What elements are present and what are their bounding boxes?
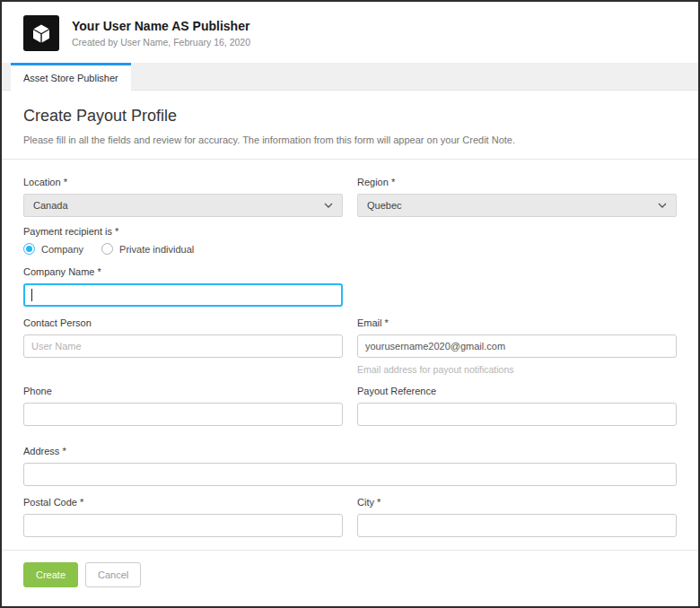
main-content: Create Payout Profile Please fill in all… <box>2 91 698 600</box>
radio-company-label: Company <box>41 244 83 255</box>
postal-code-field: Postal Code * <box>23 497 343 537</box>
payout-reference-field: Payout Reference <box>357 386 677 426</box>
unity-logo <box>23 15 59 51</box>
region-select-value: Quebec <box>367 200 402 211</box>
email-field: Email * Email address for payout notific… <box>357 317 677 375</box>
publisher-title: Your User Name AS Publisher <box>72 19 250 33</box>
contact-email-row: Contact Person Email * Email address for… <box>23 317 677 375</box>
location-select-value: Canada <box>33 200 68 211</box>
cancel-button[interactable]: Cancel <box>85 562 141 587</box>
contact-person-field: Contact Person <box>23 317 343 358</box>
top-divider <box>2 159 698 160</box>
payout-reference-label: Payout Reference <box>357 386 677 396</box>
region-label: Region * <box>357 177 677 187</box>
publisher-subtitle: Created by User Name, February 16, 2020 <box>72 37 250 48</box>
company-name-label: Company Name * <box>23 266 343 277</box>
text-cursor <box>31 289 32 301</box>
company-name-field: Company Name * <box>23 266 343 307</box>
payout-reference-input[interactable] <box>357 403 677 426</box>
phone-label: Phone <box>23 386 343 396</box>
location-field: Location * Canada <box>23 177 343 217</box>
radio-option-private-individual[interactable]: Private individual <box>101 243 194 255</box>
postal-code-input[interactable] <box>23 514 343 537</box>
header-text: Your User Name AS Publisher Created by U… <box>72 19 250 48</box>
page-title: Create Payout Profile <box>23 107 677 126</box>
contact-person-input[interactable] <box>23 334 343 358</box>
location-region-row: Location * Canada Region * Quebec <box>23 177 677 217</box>
phone-reference-row: Phone Payout Reference <box>23 386 677 426</box>
header: Your User Name AS Publisher Created by U… <box>2 2 698 63</box>
company-name-input-wrap <box>23 283 343 307</box>
radio-company-control[interactable] <box>23 243 35 255</box>
location-select[interactable]: Canada <box>23 194 343 217</box>
page-description: Please fill in all the fields and review… <box>23 135 677 145</box>
payout-profile-form: Location * Canada Region * Quebec <box>23 177 677 537</box>
email-input[interactable] <box>357 334 677 358</box>
city-field: City * <box>357 497 677 537</box>
payment-recipient-label: Payment recipient is * <box>23 226 677 237</box>
contact-person-label: Contact Person <box>23 317 343 328</box>
payment-recipient-options: Company Private individual <box>23 243 677 255</box>
address-field: Address * <box>23 446 677 486</box>
email-label: Email * <box>357 317 677 328</box>
address-label: Address * <box>23 446 677 456</box>
unity-icon <box>31 22 52 44</box>
radio-private-individual-label: Private individual <box>119 244 194 255</box>
address-input[interactable] <box>23 463 677 486</box>
payment-recipient-field: Payment recipient is * Company Private i… <box>23 226 677 255</box>
city-label: City * <box>357 497 677 508</box>
phone-field: Phone <box>23 386 343 426</box>
tab-bar: Asset Store Publisher <box>2 63 698 91</box>
tab-asset-store-publisher[interactable]: Asset Store Publisher <box>11 63 131 91</box>
region-field: Region * Quebec <box>357 177 677 217</box>
create-button[interactable]: Create <box>23 562 78 587</box>
form-actions: Create Cancel <box>23 551 677 600</box>
postal-city-row: Postal Code * City * <box>23 497 677 537</box>
location-label: Location * <box>23 177 343 187</box>
radio-option-company[interactable]: Company <box>23 243 83 255</box>
region-select[interactable]: Quebec <box>357 194 677 217</box>
city-input[interactable] <box>357 514 677 537</box>
chevron-down-icon <box>324 203 333 208</box>
email-helper-text: Email address for payout notifications <box>357 364 677 375</box>
postal-code-label: Postal Code * <box>23 497 343 508</box>
radio-private-individual-control[interactable] <box>101 243 113 255</box>
chevron-down-icon <box>658 203 667 208</box>
publisher-admin-page: Your User Name AS Publisher Created by U… <box>0 0 700 608</box>
phone-input[interactable] <box>23 403 343 426</box>
company-name-input[interactable] <box>23 283 343 307</box>
